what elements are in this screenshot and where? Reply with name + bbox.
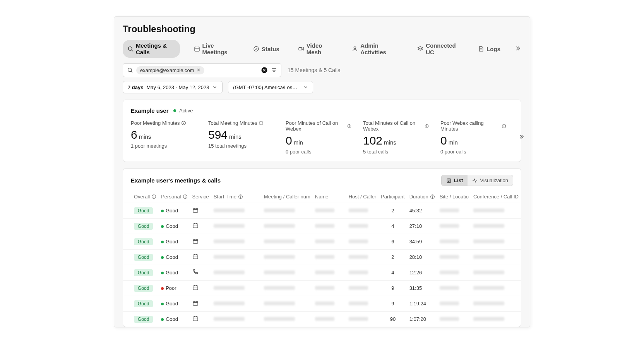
col-service[interactable]: Service (190, 191, 211, 203)
info-icon (151, 194, 156, 199)
stat-sub: 0 poor calls (286, 149, 351, 155)
start-cell (211, 296, 262, 312)
col-overall[interactable]: Overall (123, 191, 159, 203)
overall-badge: Good (134, 254, 153, 261)
service-cell (190, 265, 211, 281)
timezone-dropdown[interactable]: (GMT -07:00) America/Los_A... (228, 81, 313, 93)
remove-chip-button[interactable]: ✕ (197, 67, 200, 73)
table-row[interactable]: Good Good 4 27:10 (123, 219, 521, 234)
site-cell (437, 281, 471, 296)
list-icon (446, 178, 452, 183)
tab-meetings-calls[interactable]: Meetings & Calls (123, 40, 180, 58)
name-cell (313, 281, 346, 296)
confid-cell (471, 234, 521, 250)
stat-value: 0min (286, 134, 351, 147)
table-title: Example user's meetings & calls (131, 177, 221, 184)
visualization-view-button[interactable]: Visualization (468, 175, 513, 186)
more-tabs-button[interactable] (514, 45, 521, 53)
check-circle-icon (253, 46, 259, 52)
filter-row: 7 days May 6, 2023 - May 12, 2023 (GMT -… (114, 77, 530, 100)
name-cell (313, 203, 346, 219)
table-row[interactable]: Good Good 90 1:07:20 (123, 312, 521, 327)
col-duration[interactable]: Duration (407, 191, 437, 203)
tab-status[interactable]: Status (248, 43, 284, 55)
table-row[interactable]: Good Good 6 34:59 (123, 234, 521, 250)
personal-cell: Good (159, 234, 190, 250)
tab-label: Admin Activities (360, 42, 399, 55)
duration-cell: 27:10 (407, 219, 437, 234)
table-row[interactable]: Good Poor 9 31:35 (123, 281, 521, 296)
start-cell (211, 250, 262, 265)
number-cell (262, 250, 313, 265)
info-icon (183, 194, 188, 199)
duration-cell: 12:26 (407, 265, 437, 281)
quality-dot-icon (161, 272, 164, 274)
stat-block: Poor Minutes of Call on Webex 0min 0 poo… (286, 120, 351, 155)
troubleshooting-window: Troubleshooting Meetings & Calls Live Me… (114, 16, 530, 327)
daterange-text: May 6, 2023 - May 12, 2023 (146, 84, 209, 90)
daterange-dropdown[interactable]: 7 days May 6, 2023 - May 12, 2023 (123, 81, 223, 93)
tab-label: Connected UC (426, 42, 459, 55)
col-host[interactable]: Host / Caller (346, 191, 379, 203)
start-cell (211, 234, 262, 250)
view-toggle: List Visualization (441, 175, 513, 186)
tab-logs[interactable]: Logs (473, 43, 505, 55)
col-participants[interactable]: Participant (379, 191, 407, 203)
chevrons-right-icon (514, 45, 521, 52)
filter-settings-icon[interactable] (271, 67, 277, 73)
personal-cell: Good (159, 219, 190, 234)
table-row[interactable]: Good Good 2 45:32 (123, 203, 521, 219)
name-cell (313, 250, 346, 265)
tab-live-meetings[interactable]: Live Meetings (189, 40, 239, 58)
tab-bar: Meetings & Calls Live Meetings Status Vi… (114, 40, 530, 62)
expand-stats-button[interactable] (518, 133, 525, 142)
stat-value: 6mins (131, 128, 197, 141)
info-icon (238, 194, 243, 199)
col-personal[interactable]: Personal (159, 191, 190, 203)
confid-cell (471, 312, 521, 327)
chevron-down-icon (212, 84, 218, 90)
table-row[interactable]: Good Good 2 28:10 (123, 250, 521, 265)
personal-cell: Good (159, 265, 190, 281)
tab-video-mesh[interactable]: Video Mesh (293, 40, 338, 58)
search-input[interactable]: example@example.com ✕ (123, 63, 281, 77)
site-cell (437, 250, 471, 265)
video-icon (298, 46, 304, 52)
service-cell (190, 281, 211, 296)
col-number[interactable]: Meeting / Caller num (262, 191, 313, 203)
overall-badge: Good (134, 269, 153, 276)
site-cell (437, 203, 471, 219)
phone-icon (192, 269, 199, 275)
stat-value: 594mins (208, 128, 274, 141)
host-cell (346, 203, 379, 219)
stat-sub: 5 total calls (363, 149, 429, 155)
stat-label: Total Meeting Minutes (208, 120, 274, 126)
confid-cell (471, 250, 521, 265)
col-start[interactable]: Start Time (211, 191, 262, 203)
activity-icon (472, 178, 478, 183)
page-title: Troubleshooting (114, 24, 530, 40)
col-confid[interactable]: Conference / Call ID (471, 191, 521, 203)
col-name[interactable]: Name (313, 191, 346, 203)
col-site[interactable]: Site / Locatio (437, 191, 471, 203)
clear-search-icon[interactable] (261, 67, 268, 74)
tab-connected-uc[interactable]: Connected UC (413, 40, 464, 58)
name-cell (313, 296, 346, 312)
confid-cell (471, 296, 521, 312)
name-cell (313, 312, 346, 327)
tab-admin-activities[interactable]: Admin Activities (347, 40, 403, 58)
list-view-button[interactable]: List (442, 175, 468, 186)
stat-sub: 0 poor calls (440, 149, 506, 155)
site-cell (437, 219, 471, 234)
stat-sub: 1 poor meetings (131, 143, 197, 149)
duration-cell: 34:59 (407, 234, 437, 250)
table-row[interactable]: Good Good 4 12:26 (123, 265, 521, 281)
participants-cell: 4 (379, 265, 407, 281)
overall-badge: Good (134, 285, 153, 292)
overall-badge: Good (134, 300, 153, 307)
personal-cell: Good (159, 203, 190, 219)
number-cell (262, 296, 313, 312)
info-icon (347, 124, 351, 129)
user-summary-card: Example user Active Poor Meeting Minutes… (123, 100, 521, 162)
table-row[interactable]: Good Good 9 1:19:24 (123, 296, 521, 312)
